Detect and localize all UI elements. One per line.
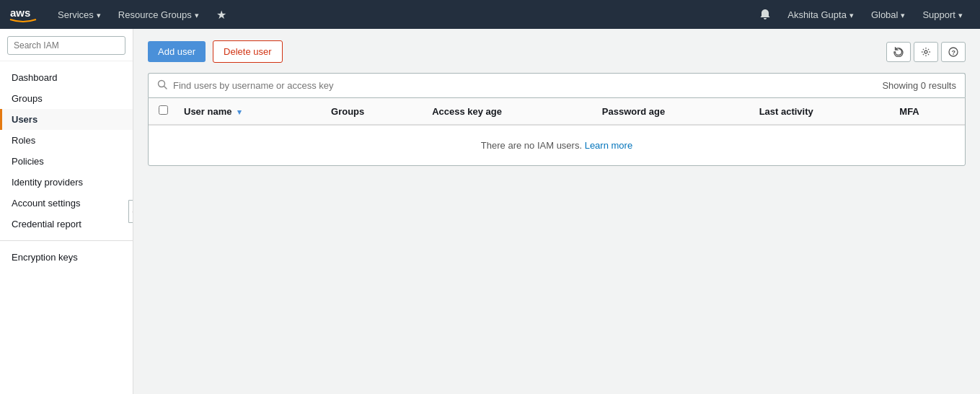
sidebar-item-users[interactable]: Users: [0, 109, 133, 130]
main-content: Add user Delete user ?: [133, 29, 980, 394]
svg-text:aws: aws: [10, 6, 30, 19]
search-icon: [157, 79, 167, 92]
services-chevron-icon: [97, 9, 101, 20]
sidebar: Dashboard Groups Users Roles Policies Id…: [0, 29, 133, 394]
column-header-access-key-age: Access key age: [422, 98, 592, 125]
empty-state-row: There are no IAM users. Learn more: [149, 125, 965, 165]
search-bar-container: Showing 0 results: [148, 73, 966, 97]
toolbar-right-icons: ?: [886, 42, 966, 62]
notifications-icon-btn[interactable]: [751, 0, 779, 29]
sidebar-item-policies[interactable]: Policies: [0, 151, 133, 172]
sidebar-item-account-settings[interactable]: Account settings: [0, 193, 133, 214]
star-icon: [216, 8, 226, 22]
sidebar-search-container: [0, 29, 133, 61]
svg-point-1: [924, 51, 927, 53]
add-user-button[interactable]: Add user: [148, 41, 206, 62]
help-button[interactable]: ?: [941, 42, 966, 62]
region-menu[interactable]: Global: [862, 0, 914, 29]
sidebar-item-groups[interactable]: Groups: [0, 88, 133, 109]
services-menu[interactable]: Services: [49, 0, 110, 29]
column-header-username[interactable]: User name ▾: [174, 98, 321, 125]
settings-button[interactable]: [914, 42, 938, 62]
sidebar-item-dashboard[interactable]: Dashboard: [0, 67, 133, 88]
sidebar-navigation: Dashboard Groups Users Roles Policies Id…: [0, 61, 133, 273]
gear-icon: [921, 47, 931, 57]
user-search-input[interactable]: [173, 80, 882, 91]
sort-icon: ▾: [237, 108, 242, 117]
sidebar-search-input[interactable]: [7, 36, 125, 55]
sidebar-divider: [0, 240, 133, 241]
delete-user-button[interactable]: Delete user: [213, 40, 282, 63]
help-icon: ?: [948, 47, 958, 57]
results-count: Showing 0 results: [882, 80, 956, 91]
empty-state-cell: There are no IAM users. Learn more: [149, 125, 965, 165]
resource-groups-chevron-icon: [195, 9, 199, 20]
column-header-groups: Groups: [321, 98, 422, 125]
sidebar-item-identity-providers[interactable]: Identity providers: [0, 172, 133, 193]
aws-logo[interactable]: aws: [9, 5, 37, 24]
select-all-checkbox-col: [149, 98, 174, 125]
support-menu[interactable]: Support: [914, 0, 971, 29]
support-chevron-icon: [958, 9, 963, 20]
users-table: User name ▾ Groups Access key age Passwo…: [149, 98, 965, 165]
toolbar: Add user Delete user ?: [148, 40, 966, 63]
top-navigation: aws Services Resource Groups Akshita Gup…: [0, 0, 980, 29]
region-chevron-icon: [901, 9, 905, 20]
sidebar-item-credential-report[interactable]: Credential report: [0, 214, 133, 235]
user-chevron-icon: [849, 9, 854, 20]
sidebar-collapse-button[interactable]: ‹: [128, 200, 133, 223]
learn-more-link[interactable]: Learn more: [585, 140, 632, 151]
refresh-button[interactable]: [886, 42, 911, 62]
page-layout: Dashboard Groups Users Roles Policies Id…: [0, 29, 980, 394]
column-header-password-age: Password age: [592, 98, 749, 125]
column-header-mfa: MFA: [889, 98, 965, 125]
search-and-table: Showing 0 results User name ▾: [148, 73, 966, 166]
svg-text:?: ?: [952, 49, 956, 56]
table-header-row: User name ▾ Groups Access key age Passwo…: [149, 98, 965, 125]
user-menu[interactable]: Akshita Gupta: [779, 0, 862, 29]
users-table-container: User name ▾ Groups Access key age Passwo…: [148, 97, 966, 166]
svg-line-5: [164, 87, 167, 89]
sidebar-item-roles[interactable]: Roles: [0, 130, 133, 151]
favorites-icon-btn[interactable]: [208, 0, 235, 29]
select-all-checkbox[interactable]: [159, 105, 168, 115]
resource-groups-menu[interactable]: Resource Groups: [110, 0, 208, 29]
sidebar-item-encryption-keys[interactable]: Encryption keys: [0, 247, 133, 268]
refresh-icon: [893, 47, 904, 57]
column-header-last-activity: Last activity: [749, 98, 890, 125]
